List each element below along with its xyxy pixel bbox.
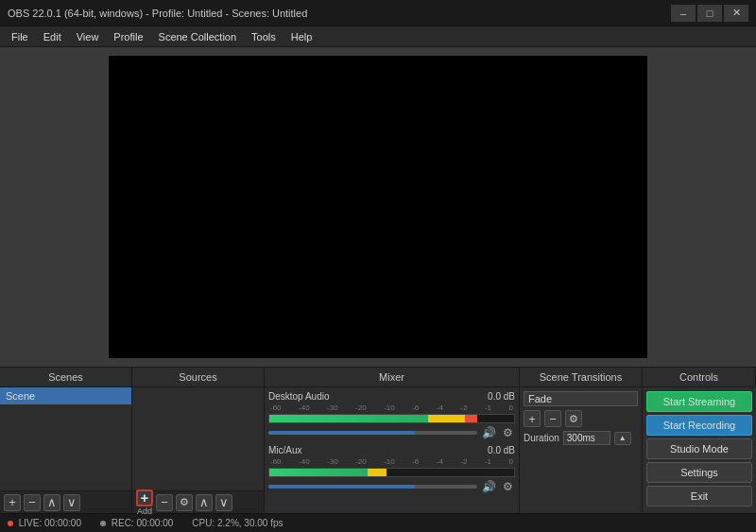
preview-area (0, 47, 756, 367)
minimize-button[interactable]: – (671, 5, 696, 22)
scenes-panel: Scene + − ∧ ∨ (0, 387, 132, 513)
mic-aux-slider[interactable] (268, 485, 477, 489)
desktop-audio-controls: 🔊 ⚙ (268, 426, 515, 439)
mic-aux-mute-icon[interactable]: 🔊 (481, 480, 496, 493)
desktop-audio-slider[interactable] (268, 431, 477, 435)
mixer-panel-header: Mixer (265, 368, 520, 386)
window-controls: – □ ✕ (671, 5, 748, 22)
scene-item[interactable]: Scene (0, 387, 131, 404)
desktop-audio-channel: Desktop Audio 0.0 dB -60 -40 -30 -20 -10… (268, 391, 515, 439)
transitions-toolbar: + − ⚙ (524, 410, 638, 427)
scene-down-button[interactable]: ∨ (63, 494, 80, 511)
menu-profile[interactable]: Profile (106, 29, 150, 44)
source-add-button[interactable]: + (136, 489, 153, 506)
menu-file[interactable]: File (4, 29, 36, 44)
scene-list: Scene (0, 387, 131, 490)
meter-red (465, 415, 477, 422)
add-label: Add (137, 506, 152, 516)
rec-dot (100, 521, 106, 526)
desktop-audio-header: Desktop Audio 0.0 dB (268, 391, 515, 402)
scene-remove-button[interactable]: − (24, 494, 41, 511)
transition-type-select[interactable]: Fade Cut Swipe Slide Stinger Luma Wipe (524, 391, 638, 406)
source-add-wrapper: + Add (136, 489, 153, 516)
live-status: LIVE: 00:00:00 (8, 518, 81, 528)
mic-aux-name: Mic/Aux (268, 445, 302, 455)
window-title: OBS 22.0.1 (64-bit, windows) - Profile: … (8, 8, 307, 19)
desktop-audio-mute-icon[interactable]: 🔊 (481, 426, 496, 439)
menu-edit[interactable]: Edit (36, 29, 69, 44)
desktop-audio-name: Desktop Audio (268, 391, 330, 402)
mic-aux-settings-icon[interactable]: ⚙ (500, 480, 515, 493)
panel-headers: Scenes Sources Mixer Scene Transitions C… (0, 367, 756, 387)
transition-add-button[interactable]: + (524, 410, 541, 427)
transitions-panel: Fade Cut Swipe Slide Stinger Luma Wipe +… (520, 387, 643, 513)
status-bar: LIVE: 00:00:00 REC: 00:00:00 CPU: 2.2%, … (0, 513, 756, 532)
transitions-panel-header: Scene Transitions (520, 368, 643, 386)
source-settings-button[interactable]: ⚙ (176, 494, 193, 511)
bottom-panels: Scenes Sources Mixer Scene Transitions C… (0, 367, 756, 532)
sources-toolbar: + Add − ⚙ ∧ ∨ (132, 490, 264, 513)
rec-status: REC: 00:00:00 (100, 518, 173, 528)
transition-settings-button[interactable]: ⚙ (565, 410, 582, 427)
desktop-audio-db: 0.0 dB (488, 391, 515, 402)
duration-spinner-up[interactable]: ▲ (614, 432, 631, 445)
mixer-panel: Desktop Audio 0.0 dB -60 -40 -30 -20 -10… (265, 387, 520, 513)
duration-row: Duration ▲ (524, 431, 638, 445)
mic-aux-header: Mic/Aux 0.0 dB (268, 445, 515, 455)
scene-add-button[interactable]: + (4, 494, 21, 511)
controls-panel-header: Controls (643, 368, 756, 386)
menu-view[interactable]: View (69, 29, 107, 44)
scene-up-button[interactable]: ∧ (43, 494, 60, 511)
menu-help[interactable]: Help (284, 29, 320, 44)
menu-bar: File Edit View Profile Scene Collection … (0, 26, 756, 47)
desktop-audio-settings-icon[interactable]: ⚙ (500, 426, 515, 439)
mic-aux-ticks: -60 -40 -30 -20 -10 -6 -4 -2 -1 0 (268, 457, 515, 466)
sources-list (132, 387, 264, 490)
meter-green (269, 415, 428, 422)
mic-aux-db: 0.0 dB (488, 445, 515, 455)
sources-panel: + Add − ⚙ ∧ ∨ (132, 387, 265, 513)
sources-panel-header: Sources (132, 368, 265, 386)
menu-scene-collection[interactable]: Scene Collection (151, 29, 245, 44)
source-remove-button[interactable]: − (156, 494, 173, 511)
source-up-button[interactable]: ∧ (196, 494, 213, 511)
meter-yellow (428, 415, 465, 422)
main-content: Scenes Sources Mixer Scene Transitions C… (0, 47, 756, 532)
duration-input[interactable] (563, 431, 610, 445)
mic-aux-meter (268, 468, 515, 477)
scenes-panel-header: Scenes (0, 368, 132, 386)
settings-button[interactable]: Settings (646, 462, 752, 483)
mic-aux-controls: 🔊 ⚙ (268, 480, 515, 493)
controls-panel: Start Streaming Start Recording Studio M… (643, 387, 756, 513)
menu-tools[interactable]: Tools (244, 29, 284, 44)
duration-label: Duration (524, 433, 559, 443)
mic-aux-channel: Mic/Aux 0.0 dB -60 -40 -30 -20 -10 -6 -4… (268, 445, 515, 493)
title-bar: OBS 22.0.1 (64-bit, windows) - Profile: … (0, 0, 756, 26)
live-dot (8, 521, 13, 526)
close-button[interactable]: ✕ (724, 5, 748, 22)
exit-button[interactable]: Exit (646, 486, 752, 506)
preview-canvas (109, 56, 647, 358)
mic-meter-yellow (368, 469, 387, 476)
scenes-toolbar: + − ∧ ∨ (0, 490, 131, 513)
desktop-audio-ticks: -60 -40 -30 -20 -10 -6 -4 -2 -1 0 (268, 403, 515, 412)
maximize-button[interactable]: □ (697, 5, 722, 22)
desktop-audio-meter (268, 414, 515, 423)
studio-mode-button[interactable]: Studio Mode (646, 438, 752, 459)
start-recording-button[interactable]: Start Recording (646, 415, 752, 436)
transition-remove-button[interactable]: − (544, 410, 561, 427)
mic-meter-green (269, 469, 368, 476)
source-down-button[interactable]: ∨ (215, 494, 232, 511)
start-streaming-button[interactable]: Start Streaming (646, 391, 752, 412)
cpu-status: CPU: 2.2%, 30.00 fps (192, 518, 283, 528)
panel-content: Scene + − ∧ ∨ + Add − ⚙ (0, 387, 756, 513)
